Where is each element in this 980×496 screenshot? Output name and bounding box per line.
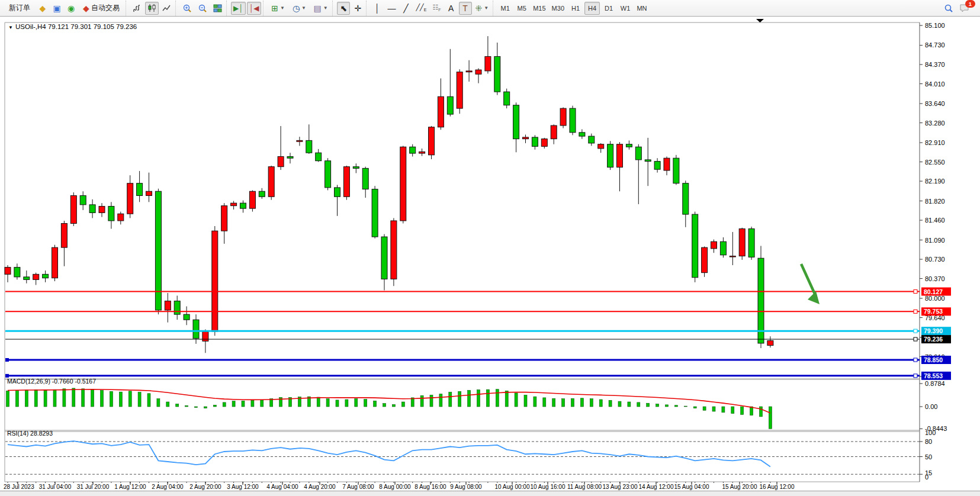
cursor-tool-button[interactable]: ⬉ — [337, 2, 350, 15]
text-tool[interactable]: A — [445, 2, 458, 15]
hline-80.127[interactable] — [5, 290, 920, 294]
candle — [410, 144, 416, 157]
line-handle[interactable] — [914, 290, 917, 294]
price-badge-label: 79.753 — [924, 308, 943, 315]
price-tick-label: 84.010 — [925, 80, 945, 88]
auto-scroll-icon[interactable]: ▶│ — [231, 2, 246, 15]
macd-bar — [63, 389, 66, 407]
hline-78.553[interactable] — [5, 374, 920, 378]
candle — [278, 126, 284, 170]
notifications-button[interactable]: 1 — [957, 2, 972, 15]
zoom-out-icon[interactable] — [195, 2, 210, 15]
hline-79.753[interactable] — [5, 310, 920, 313]
time-axis[interactable]: 28 Jul 202331 Jul 04:0031 Jul 20:001 Aug… — [4, 482, 795, 490]
timeframe-m5[interactable]: M5 — [514, 2, 529, 15]
text-label-tool[interactable]: T — [459, 2, 472, 15]
timeframe-d1[interactable]: D1 — [601, 2, 616, 15]
candle — [249, 190, 255, 211]
price-tick-label: 81.820 — [925, 198, 945, 205]
macd-bar — [618, 401, 621, 407]
tile-windows-icon[interactable] — [211, 2, 224, 15]
bar-marker-icon — [756, 19, 764, 22]
candle — [316, 149, 322, 162]
timeframe-m30[interactable]: M30 — [550, 2, 567, 15]
indicators-icon: ⊞ — [271, 4, 278, 12]
line-handle[interactable] — [914, 310, 917, 313]
dropdown-arrow-icon: ▼ — [301, 5, 306, 11]
macd-bar — [251, 400, 254, 407]
macd-bar — [590, 399, 593, 407]
line-handle[interactable] — [914, 329, 917, 333]
macd-bar — [392, 404, 395, 407]
dropdown-arrow-icon: ▼ — [323, 5, 328, 11]
market-watch-icon[interactable]: ▣ — [50, 2, 63, 15]
bar-chart-icon[interactable] — [130, 2, 144, 15]
macd-bar — [449, 392, 452, 407]
horizontal-line-tool[interactable]: — — [385, 2, 398, 15]
candle — [608, 141, 613, 170]
timeframe-mn[interactable]: MN — [634, 2, 650, 15]
chart-area[interactable]: 85.10084.73084.37084.01083.64083.28082.9… — [0, 17, 980, 496]
periods-menu-button[interactable]: ◷▼ — [289, 2, 309, 15]
crosshair-tool-button[interactable]: ✛ — [351, 2, 364, 15]
templates-menu-button[interactable]: ▤▼ — [310, 2, 330, 15]
rsi-label: RSI(14) 28.8293 — [7, 430, 53, 437]
timeframe-m15[interactable]: M15 — [531, 2, 548, 15]
autotrade-button[interactable]: ◆ 自动交易 — [79, 2, 124, 15]
chart-shift-icon[interactable]: │◀ — [247, 2, 262, 15]
hline-79.236[interactable] — [5, 337, 920, 341]
time-tick-label: 10 Aug 16:00 — [531, 484, 565, 490]
candlestick-chart-icon[interactable] — [145, 2, 159, 15]
autotrade-label: 自动交易 — [91, 3, 120, 13]
search-icon[interactable] — [942, 2, 956, 15]
price-badge: 79.753 — [921, 307, 951, 315]
candle — [108, 202, 114, 228]
candle — [758, 246, 764, 348]
timeframe-h4[interactable]: H4 — [584, 2, 600, 15]
candle — [400, 146, 406, 223]
line-handle[interactable] — [5, 374, 9, 378]
macd-bar — [477, 390, 480, 407]
hline-79.390[interactable] — [5, 329, 920, 333]
indicators-menu-button[interactable]: ⊞▼ — [268, 2, 288, 15]
fibonacci-tool[interactable]: ☷F — [430, 2, 443, 15]
timeframe-w1[interactable]: W1 — [618, 2, 633, 15]
macd-bar — [496, 389, 499, 407]
clock-icon: ◷ — [293, 4, 300, 12]
line-handle[interactable] — [914, 374, 917, 378]
price-tick-label: 80.000 — [925, 295, 945, 302]
zoom-in-icon[interactable] — [180, 2, 194, 15]
arrows-menu-button[interactable]: ⁜▼ — [473, 2, 491, 15]
rsi-axis-label: 0 — [925, 474, 928, 481]
timeframe-h1[interactable]: H1 — [568, 2, 583, 15]
gold-icon[interactable]: ◆ — [36, 2, 49, 15]
candle — [335, 185, 340, 215]
candle — [560, 107, 566, 128]
cursor-icon: ⬉ — [340, 4, 348, 12]
sell-arrow-annotation[interactable] — [801, 264, 820, 304]
line-handle[interactable] — [914, 337, 917, 341]
macd-bar — [157, 399, 160, 407]
new-order-button[interactable]: 新订单 — [4, 2, 35, 15]
price-tick-label: 82.550 — [925, 159, 945, 166]
hline-78.850[interactable] — [5, 358, 920, 362]
vertical-line-tool[interactable]: │ — [371, 2, 384, 15]
candle — [523, 134, 529, 143]
price-axis[interactable]: 85.10084.73084.37084.01083.64083.28082.9… — [920, 22, 945, 380]
macd-label: MACD(12,26,9) -0.7660 -0.5167 — [7, 378, 96, 385]
arrows-icon: ⁜ — [475, 4, 483, 12]
candle — [325, 158, 331, 190]
line-chart-icon[interactable] — [160, 2, 173, 15]
candle — [419, 149, 425, 156]
macd-bar — [166, 402, 169, 407]
line-handle[interactable] — [914, 358, 917, 362]
trendline-tool[interactable]: ╱ — [399, 2, 412, 15]
candle — [457, 69, 462, 114]
line-handle[interactable] — [5, 358, 9, 362]
candle — [137, 171, 143, 202]
channel-tool[interactable]: ╱╱E — [413, 2, 429, 15]
time-tick-label: 9 Aug 08:00 — [450, 484, 482, 490]
signal-icon[interactable]: ◉ — [65, 2, 78, 15]
timeframe-m1[interactable]: M1 — [497, 2, 513, 15]
candle — [99, 203, 105, 217]
